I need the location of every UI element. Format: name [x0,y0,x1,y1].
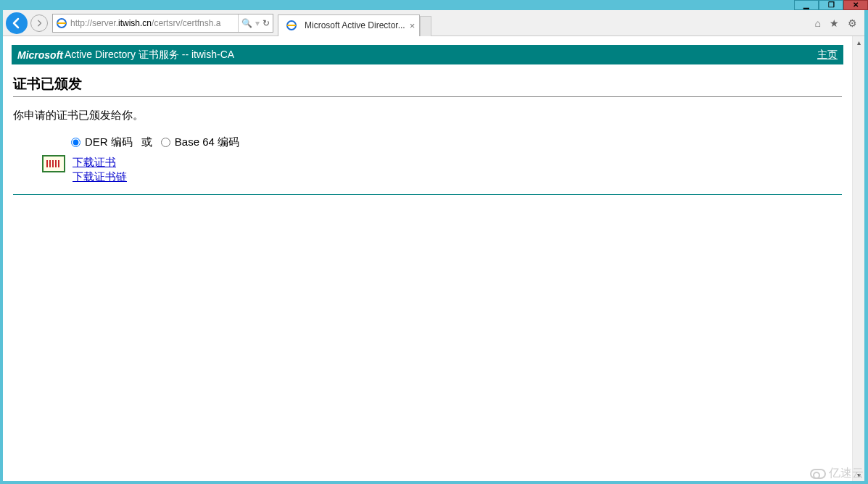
new-tab-button[interactable] [420,16,431,36]
encoding-options: DER 编码 或 Base 64 编码 [13,135,842,149]
home-icon[interactable]: ⌂ [815,17,821,29]
settings-gear-icon[interactable]: ⚙ [848,17,857,29]
search-icon[interactable]: 🔍 [241,18,252,28]
browser-toolbar: http://server.itwish.cn/certsrv/certfnsh… [3,10,864,36]
dropdown-icon[interactable]: ▾ [255,18,260,28]
divider [13,96,842,97]
download-cert-link[interactable]: 下载证书 [73,155,127,170]
der-label: DER 编码 [85,135,133,149]
forward-button[interactable] [30,14,48,32]
refresh-icon[interactable]: ↻ [263,18,270,28]
page-header-bar: Microsoft Active Directory 证书服务 -- itwis… [12,45,843,64]
or-label: 或 [141,135,152,149]
watermark-text: 亿速云 [829,466,864,481]
url-text: http://server.itwish.cn/certsrv/certfnsh… [70,18,238,28]
issued-message: 你申请的证书已颁发给你。 [13,109,842,122]
home-link[interactable]: 主页 [817,49,838,62]
back-button[interactable] [6,12,28,34]
download-row: 下载证书 下载证书链 [13,155,842,184]
base64-label: Base 64 编码 [175,135,239,149]
ie-icon [56,17,67,29]
page-content: Microsoft Active Directory 证书服务 -- itwis… [3,36,852,481]
watermark-logo-icon [810,469,826,479]
close-window-button[interactable]: ✕ [843,0,868,10]
service-label: Active Directory 证书服务 -- itwish-CA [65,49,234,62]
window-caption-buttons: ▁ ❐ ✕ [794,0,868,10]
favorites-icon[interactable]: ★ [830,17,839,29]
maximize-button[interactable]: ❐ [819,0,843,10]
close-tab-icon[interactable]: × [410,20,416,31]
browser-viewport: ▴ ▾ Microsoft Active Directory 证书服务 -- i… [3,36,864,481]
address-bar[interactable]: http://server.itwish.cn/certsrv/certfnsh… [52,14,273,33]
base64-radio[interactable] [161,138,170,147]
page-title: 证书已颁发 [13,75,842,93]
footer-divider [13,194,842,195]
download-chain-link[interactable]: 下载证书链 [73,170,127,184]
scroll-up-icon[interactable]: ▴ [853,36,865,49]
ie-icon [286,20,297,31]
browser-tab[interactable]: Microsoft Active Director... × [278,14,420,36]
der-radio[interactable] [71,138,80,147]
watermark: 亿速云 [810,466,864,481]
browser-tool-icons: ⌂ ★ ⚙ [815,17,864,29]
scrollbar[interactable]: ▴ ▾ [852,36,864,481]
arrow-left-icon [11,17,22,29]
brand-label: Microsoft [17,49,63,61]
arrow-right-icon [36,20,43,27]
certificate-icon [42,155,65,172]
tab-title: Microsoft Active Director... [305,20,405,30]
minimize-button[interactable]: ▁ [794,0,819,10]
address-bar-actions: 🔍 ▾ ↻ [238,14,273,32]
